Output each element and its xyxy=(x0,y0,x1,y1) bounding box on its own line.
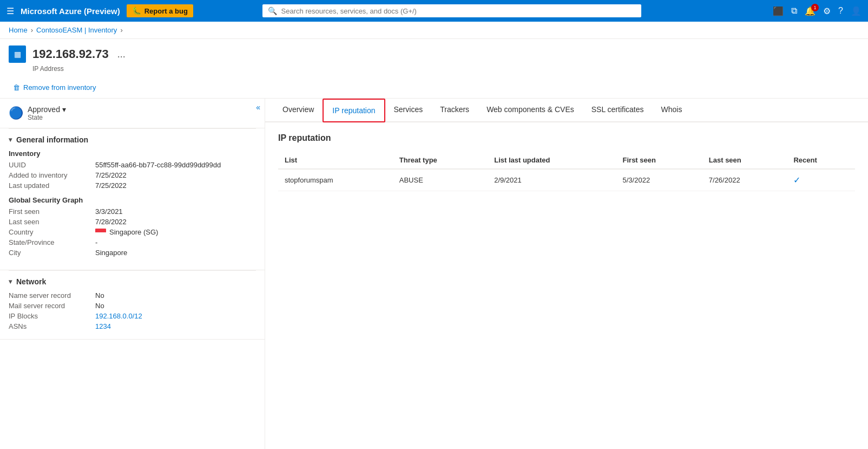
country-label: Country xyxy=(9,228,95,236)
top-navigation: ☰ Microsoft Azure (Preview) 🐛 Report a b… xyxy=(0,0,868,22)
ip-blocks-label: IP Blocks xyxy=(9,312,95,320)
last-updated-value: 7/25/2022 xyxy=(95,181,127,190)
state-province-value: - xyxy=(95,238,97,246)
security-group-title: Global Security Graph xyxy=(9,196,256,204)
first-seen-row: First seen 3/3/2021 xyxy=(9,207,256,216)
city-row: City Singapore xyxy=(9,249,256,257)
general-info-header[interactable]: ▾ General information xyxy=(9,135,256,144)
network-section-header[interactable]: ▾ Network xyxy=(9,277,256,286)
col-list: List xyxy=(278,152,393,169)
right-panel: Overview IP reputation Services Trackers… xyxy=(265,99,868,449)
collapse-panel-button[interactable]: « xyxy=(256,103,260,112)
page-header: ▦ 192.168.92.73 ... IP Address 🗑 Remove … xyxy=(0,39,868,99)
general-info-title: General information xyxy=(16,135,88,144)
first-seen-label: First seen xyxy=(9,207,95,216)
state-label: State xyxy=(28,114,66,121)
state-province-label: State/Province xyxy=(9,238,95,246)
app-title: Microsoft Azure (Preview) xyxy=(21,6,120,16)
ip-blocks-row: IP Blocks 192.168.0.0/12 xyxy=(9,312,256,320)
last-seen-label: Last seen xyxy=(9,218,95,226)
trash-icon: 🗑 xyxy=(13,83,20,92)
main-layout: « 🔵 Approved ▾ State ▾ General informati… xyxy=(0,99,868,449)
tab-services[interactable]: Services xyxy=(385,99,432,122)
content-area: IP reputation List Threat type List last… xyxy=(265,122,868,202)
asns-label: ASNs xyxy=(9,322,95,330)
section-chevron-general: ▾ xyxy=(9,136,12,144)
cell-recent: ✓ xyxy=(787,169,855,191)
state-chevron: ▾ xyxy=(62,105,66,114)
state-section: 🔵 Approved ▾ State xyxy=(0,99,265,128)
added-inventory-value: 7/25/2022 xyxy=(95,171,127,179)
singapore-flag-icon xyxy=(95,229,106,236)
tab-trackers[interactable]: Trackers xyxy=(431,99,478,122)
hamburger-icon[interactable]: ☰ xyxy=(6,6,14,16)
asns-value[interactable]: 1234 xyxy=(95,322,111,330)
inventory-group-title: Inventory xyxy=(9,149,256,158)
remove-from-inventory-button[interactable]: 🗑 Remove from inventory xyxy=(9,81,100,94)
cell-first-seen: 5/3/2022 xyxy=(616,169,702,191)
table-header: List Threat type List last updated First… xyxy=(278,152,855,169)
ip-blocks-value[interactable]: 192.168.0.0/12 xyxy=(95,312,142,320)
toolbar: 🗑 Remove from inventory xyxy=(9,77,859,98)
name-server-value: No xyxy=(95,291,104,300)
table-row: stopforumspam ABUSE 2/9/2021 5/3/2022 7/… xyxy=(278,169,855,191)
last-updated-row: Last updated 7/25/2022 xyxy=(9,181,256,190)
account-icon[interactable]: 👤 xyxy=(851,6,862,16)
col-list-last-updated: List last updated xyxy=(488,152,616,169)
remove-label: Remove from inventory xyxy=(23,83,96,92)
search-input[interactable] xyxy=(281,7,636,15)
ip-reputation-table: List Threat type List last updated First… xyxy=(278,152,855,191)
inventory-group: Inventory UUID 55ff55ff-aa66-bb77-cc88-9… xyxy=(9,149,256,190)
breadcrumb-home[interactable]: Home xyxy=(9,26,28,34)
report-bug-label: Report a bug xyxy=(144,7,188,15)
cell-list-last-updated: 2/9/2021 xyxy=(488,169,616,191)
help-icon[interactable]: ? xyxy=(838,6,843,16)
security-group: Global Security Graph First seen 3/3/202… xyxy=(9,196,256,257)
cloud-shell-icon[interactable]: ⬛ xyxy=(773,6,784,16)
city-value: Singapore xyxy=(95,249,127,257)
search-icon: 🔍 xyxy=(268,6,277,15)
tab-web-components[interactable]: Web components & CVEs xyxy=(478,99,583,122)
uuid-row: UUID 55ff55ff-aa66-bb77-cc88-99dd99dd99d… xyxy=(9,161,256,169)
tab-ip-reputation[interactable]: IP reputation xyxy=(323,99,385,122)
page-subtitle: IP Address xyxy=(32,65,859,77)
cell-list: stopforumspam xyxy=(278,169,393,191)
notification-badge: 1 xyxy=(811,4,819,11)
uuid-value: 55ff55ff-aa66-bb77-cc88-99dd99dd99dd xyxy=(95,161,221,169)
col-recent: Recent xyxy=(787,152,855,169)
more-options-button[interactable]: ... xyxy=(115,49,128,60)
state-province-row: State/Province - xyxy=(9,238,256,246)
settings-icon[interactable]: ⚙ xyxy=(823,6,831,16)
added-inventory-row: Added to inventory 7/25/2022 xyxy=(9,171,256,179)
notifications-icon[interactable]: 🔔 1 xyxy=(805,6,816,16)
breadcrumb-sep1: › xyxy=(31,26,33,34)
report-bug-button[interactable]: 🐛 Report a bug xyxy=(127,4,193,17)
section-chevron-network: ▾ xyxy=(9,278,12,285)
tab-whois[interactable]: Whois xyxy=(652,99,691,122)
top-nav-icons: ⬛ ⧉ 🔔 1 ⚙ ? 👤 xyxy=(773,6,862,16)
page-title: 192.168.92.73 xyxy=(32,47,109,61)
ip-address-icon: ▦ xyxy=(9,45,26,63)
tabs-bar: Overview IP reputation Services Trackers… xyxy=(265,99,868,122)
breadcrumb: Home › ContosoEASM | Inventory › xyxy=(0,22,868,39)
col-last-seen: Last seen xyxy=(702,152,787,169)
added-inventory-label: Added to inventory xyxy=(9,171,95,179)
cell-threat-type: ABUSE xyxy=(393,169,488,191)
col-first-seen: First seen xyxy=(616,152,702,169)
bug-icon: 🐛 xyxy=(132,6,141,15)
tab-overview[interactable]: Overview xyxy=(274,99,323,122)
breadcrumb-sep2: › xyxy=(120,26,122,34)
uuid-label: UUID xyxy=(9,161,95,169)
name-server-label: Name server record xyxy=(9,291,95,300)
mail-server-row: Mail server record No xyxy=(9,302,256,310)
last-seen-value: 7/28/2022 xyxy=(95,218,127,226)
tab-ssl-certificates[interactable]: SSL certificates xyxy=(583,99,653,122)
city-label: City xyxy=(9,249,95,257)
content-title: IP reputation xyxy=(278,133,855,143)
directory-icon[interactable]: ⧉ xyxy=(791,6,797,16)
state-value[interactable]: Approved ▾ xyxy=(28,105,66,114)
breadcrumb-inventory[interactable]: ContosoEASM | Inventory xyxy=(36,26,117,34)
state-icon: 🔵 xyxy=(9,106,23,120)
asns-row: ASNs 1234 xyxy=(9,322,256,330)
left-panel: « 🔵 Approved ▾ State ▾ General informati… xyxy=(0,99,265,449)
